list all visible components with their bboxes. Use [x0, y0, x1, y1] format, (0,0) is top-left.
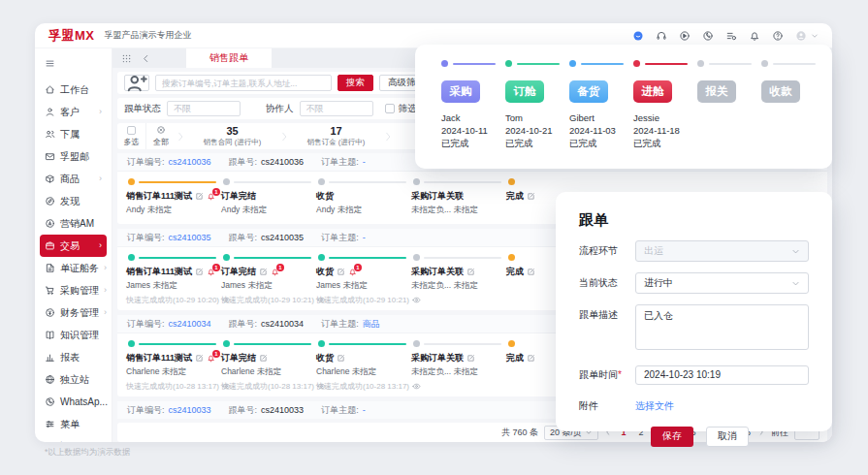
milestone-note: 快速完成成功(10-29 10:20) [126, 295, 219, 305]
play-icon[interactable] [679, 30, 691, 42]
assistant-icon[interactable] [632, 30, 644, 42]
whatsapp-icon [45, 396, 55, 407]
sidebar-item[interactable]: 报表 [40, 346, 107, 368]
alert-bell-icon[interactable]: 1 [271, 268, 279, 276]
alert-count-badge: 1 [354, 264, 362, 271]
dialog-title: 跟单 [579, 211, 809, 230]
sidebar-item[interactable]: 知识管理 [40, 324, 107, 346]
phone-icon[interactable] [702, 30, 714, 42]
sidebar-item-label: 孚盟邮 [60, 150, 89, 164]
milestone: 完成 [505, 178, 535, 216]
checkbox-icon [385, 104, 395, 113]
stat-cell[interactable]: 17销售订金 (进行中) [289, 123, 383, 149]
all-filter[interactable]: 全部 [146, 123, 176, 149]
sidebar-item[interactable]: 独立站 [40, 368, 107, 391]
edit-icon[interactable] [195, 268, 204, 276]
subject-value[interactable]: 商品 [363, 318, 380, 331]
sidebar-item[interactable]: 孚盟邮 [40, 145, 107, 168]
order-no-label: 订单编号: [127, 404, 165, 417]
stage-badge[interactable]: 订舱 [505, 80, 544, 103]
milestone-dot [223, 340, 230, 347]
sidebar-item[interactable]: 发现 [40, 190, 107, 212]
avatar-icon[interactable] [795, 30, 807, 42]
alert-bell-icon[interactable]: 1 [207, 354, 215, 363]
stage-badge[interactable]: 进舱 [633, 80, 672, 103]
edit-icon[interactable] [195, 354, 204, 363]
milestone-owner: James 未指定 [316, 280, 410, 292]
sidebar-item[interactable]: 菜单 [40, 413, 107, 435]
cancel-button[interactable]: 取消 [706, 427, 749, 447]
help-icon[interactable] [772, 30, 784, 42]
sidebar-item[interactable]: 设置 [40, 435, 107, 442]
follow-up-time-input[interactable] [635, 365, 809, 385]
edit-icon[interactable] [527, 192, 535, 201]
collaborator-input[interactable] [300, 101, 373, 116]
tasks-icon[interactable] [725, 30, 737, 42]
stage-dot [569, 60, 576, 67]
stat-cell[interactable]: 35销售合同 (进行中) [185, 123, 279, 149]
follow-status-input[interactable] [167, 101, 241, 116]
chevron-down-icon[interactable] [811, 32, 819, 40]
milestone-title: 完成 [506, 352, 524, 364]
stage-badge[interactable]: 报关 [697, 80, 736, 103]
stage-badge[interactable]: 采购 [441, 80, 480, 103]
edit-icon[interactable] [337, 354, 345, 363]
home-icon[interactable] [160, 53, 171, 64]
order-no-link[interactable]: cs2410034 [169, 319, 211, 329]
edit-icon[interactable] [466, 354, 475, 363]
edit-icon[interactable] [337, 268, 345, 276]
follow-no-value: cs2410036 [261, 157, 304, 167]
milestone-dot [128, 254, 135, 261]
sidebar-item[interactable]: 下属 [40, 123, 107, 145]
milestone-note: 快速完成成功(10-28 13:17) [221, 381, 314, 392]
sidebar-item[interactable]: 交易› [40, 235, 107, 257]
edit-icon[interactable] [527, 354, 535, 363]
sidebar-item[interactable]: 单证船务› [40, 257, 107, 279]
order-no-link[interactable]: cs2410036 [169, 157, 211, 167]
edit-icon[interactable] [259, 354, 268, 363]
stage-connector [581, 63, 624, 65]
stage-date: 2024-10-21 [505, 124, 569, 137]
sidebar-collapse-button[interactable] [40, 53, 107, 79]
back-chevron-icon[interactable] [141, 53, 151, 64]
team-icon [45, 129, 55, 140]
order-no-link[interactable]: cs2410035 [169, 233, 211, 242]
stage-connector [517, 63, 560, 65]
milestone-owner: 未指定负... 未指定 [411, 280, 505, 292]
edit-icon[interactable] [259, 268, 268, 276]
milestone-dot [508, 254, 515, 261]
alert-bell-icon[interactable]: 1 [348, 268, 357, 276]
alert-bell-icon[interactable]: 1 [207, 192, 215, 201]
alert-bell-icon[interactable]: 1 [207, 268, 215, 276]
milestone-title: 订单完结 [221, 352, 256, 364]
sidebar-item[interactable]: 营销AM [40, 212, 107, 235]
choose-file-link[interactable]: 选择文件 [635, 396, 674, 413]
stage-badge[interactable]: 备货 [569, 80, 608, 103]
bell-icon[interactable] [749, 30, 760, 42]
status-select[interactable]: 进行中 [635, 272, 809, 294]
sidebar-item[interactable]: 工作台 [40, 79, 107, 101]
apps-grid-icon[interactable] [121, 53, 132, 64]
edit-icon[interactable] [527, 268, 535, 276]
search-button[interactable]: 搜索 [338, 75, 373, 91]
search-field-selector-button[interactable] [124, 75, 149, 91]
sidebar-item[interactable]: 客户› [40, 101, 107, 123]
description-textarea[interactable]: 已入仓 [635, 304, 809, 350]
edit-icon[interactable] [195, 192, 204, 201]
headset-icon[interactable] [656, 30, 667, 42]
edit-icon[interactable] [466, 268, 475, 276]
sidebar-item[interactable]: 采购管理› [40, 279, 107, 301]
demo-data-footnote: *以上数据均为演示数据 [45, 447, 130, 459]
order-no-link[interactable]: cs2410033 [169, 405, 211, 415]
stage-badge[interactable]: 收款 [761, 80, 800, 103]
save-button[interactable]: 保存 [651, 427, 693, 447]
stage-select[interactable]: 出运 [635, 240, 809, 262]
sidebar-item[interactable]: WhatsAp...› [40, 391, 107, 413]
sidebar-item[interactable]: 财务管理› [40, 301, 107, 324]
tab-sales-follow-up[interactable]: 销售跟单 [186, 48, 272, 68]
multi-select-toggle[interactable]: 多选 [117, 123, 146, 149]
sidebar-item[interactable]: 商品› [40, 168, 107, 190]
sliders-icon [45, 419, 55, 429]
search-input[interactable] [155, 75, 332, 91]
follow-no-value: cs2410034 [261, 319, 304, 329]
